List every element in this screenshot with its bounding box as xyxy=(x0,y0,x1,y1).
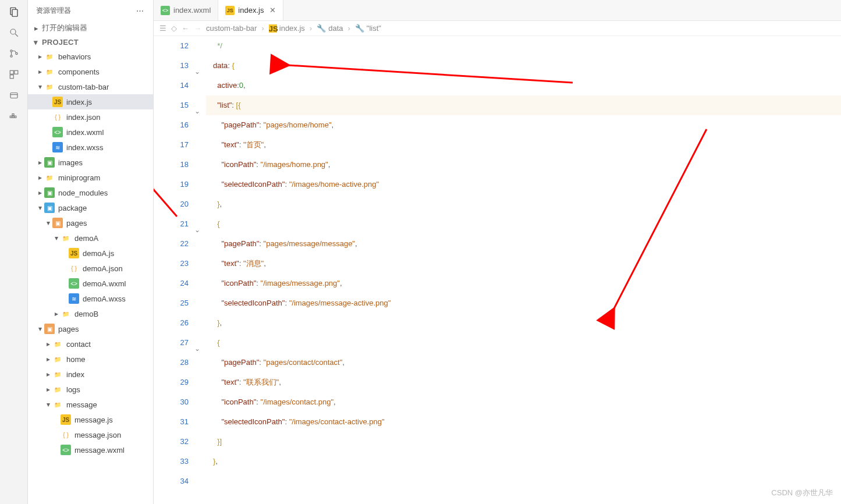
svg-point-2 xyxy=(10,29,16,34)
tree-item[interactable]: JSdemoA.js xyxy=(28,246,153,261)
svg-rect-1 xyxy=(12,9,17,16)
git-icon[interactable] xyxy=(6,45,22,62)
fold-icon[interactable]: ⌄ xyxy=(194,339,200,359)
code-line[interactable]: "pagePath": "pages/home/home", xyxy=(206,115,841,135)
svg-rect-15 xyxy=(12,114,14,116)
tree-item[interactable]: ≋demoA.wxss xyxy=(28,291,153,306)
breadcrumb-file[interactable]: JSindex.js xyxy=(269,24,305,33)
tree-item[interactable]: ▸📁components xyxy=(28,64,153,79)
project-section[interactable]: ▾PROJECT xyxy=(28,36,153,49)
nav-back-icon[interactable]: ← xyxy=(182,24,189,33)
docker-icon[interactable] xyxy=(6,108,22,125)
watermark: CSDN @亦世凡华 xyxy=(771,488,833,498)
tree-item[interactable]: <>index.wxml xyxy=(28,125,153,140)
svg-line-3 xyxy=(15,34,18,37)
code-line[interactable]: "text": "消息", xyxy=(206,254,841,274)
tab-bar: <>index.wxmlJSindex.js✕ xyxy=(154,0,841,21)
code-line[interactable]: "list": [{ xyxy=(206,95,841,115)
tree-item[interactable]: ▸▣node_modules xyxy=(28,185,153,200)
project-label: PROJECT xyxy=(42,38,79,47)
code-line[interactable]: "text": "联系我们", xyxy=(206,372,841,392)
search-icon[interactable] xyxy=(6,24,22,41)
fold-icon[interactable]: ⌄ xyxy=(194,220,200,240)
code-line[interactable]: "pagePath": "pages/message/message", xyxy=(206,234,841,254)
code-line[interactable]: "iconPath": "/images/message.png", xyxy=(206,274,841,293)
tree-item[interactable]: JSindex.js xyxy=(28,94,153,109)
svg-rect-8 xyxy=(14,70,17,74)
tab[interactable]: JSindex.js✕ xyxy=(218,0,283,20)
tree-item[interactable]: ▸📁logs xyxy=(28,382,153,397)
bookmark-icon[interactable]: ◇ xyxy=(171,24,177,33)
tree-item[interactable]: JSmessage.js xyxy=(28,412,153,427)
open-editors-section[interactable]: ▸打开的编辑器 xyxy=(28,20,153,36)
svg-point-5 xyxy=(10,55,12,57)
code-line[interactable]: { xyxy=(206,214,841,234)
code-line[interactable]: }, xyxy=(206,194,841,214)
breadcrumb-folder[interactable]: custom-tab-bar xyxy=(206,24,257,33)
svg-rect-14 xyxy=(14,116,16,118)
code-line[interactable]: }, xyxy=(206,313,841,333)
tree-item[interactable]: <>demoA.wxml xyxy=(28,276,153,291)
code-line[interactable] xyxy=(206,471,841,491)
tree-item[interactable]: ▾▣pages xyxy=(28,321,153,336)
explorer-icon[interactable] xyxy=(6,3,22,20)
editor-area: <>index.wxmlJSindex.js✕ ☰ ◇ ← → custom-t… xyxy=(154,0,841,504)
code-line[interactable]: }] xyxy=(206,432,841,452)
code-line[interactable]: "selectedIconPath": "/images/contact-act… xyxy=(206,412,841,432)
code-line[interactable]: data: { xyxy=(206,56,841,76)
tree-item[interactable]: ▸▣images xyxy=(28,155,153,170)
tree-item[interactable]: { }demoA.json xyxy=(28,261,153,276)
close-icon[interactable]: ✕ xyxy=(269,6,276,15)
tree-item[interactable]: ▸📁index xyxy=(28,367,153,382)
code-content[interactable]: */data: { active:0, "list": [{ "pagePath… xyxy=(206,36,841,504)
breadcrumb-symbol-list[interactable]: 🔧"list" xyxy=(355,24,381,33)
tree-item[interactable]: ≋index.wxss xyxy=(28,140,153,155)
svg-rect-7 xyxy=(10,70,13,74)
line-gutter: 1213⌄1415⌄161718192021⌄222324252627⌄2829… xyxy=(154,36,206,504)
tree-item[interactable]: { }message.json xyxy=(28,427,153,442)
tree-item[interactable]: ▸📁demoB xyxy=(28,306,153,321)
code-line[interactable]: }, xyxy=(206,452,841,471)
side-panel: 资源管理器 ⋯ ▸打开的编辑器 ▾PROJECT ▸📁behaviors▸📁co… xyxy=(28,0,154,504)
activity-bar xyxy=(0,0,28,504)
code-line[interactable]: "selectedIconPath": "/images/message-act… xyxy=(206,293,841,313)
open-editors-label: 打开的编辑器 xyxy=(42,23,87,33)
breadcrumb: ☰ ◇ ← → custom-tab-bar › JSindex.js › 🔧d… xyxy=(154,21,841,36)
code-line[interactable]: "pagePath": "pages/contact/contact", xyxy=(206,353,841,372)
nav-forward-icon[interactable]: → xyxy=(194,24,201,33)
tree-item[interactable]: ▾📁message xyxy=(28,397,153,412)
code-line[interactable]: active:0, xyxy=(206,76,841,95)
tree-item[interactable]: <>message.wxml xyxy=(28,442,153,457)
tree-item[interactable]: ▸📁miniprogram xyxy=(28,170,153,185)
fold-icon[interactable]: ⌄ xyxy=(194,101,200,121)
fold-icon[interactable]: ⌄ xyxy=(194,62,200,81)
list-icon[interactable]: ☰ xyxy=(159,24,166,33)
code-line[interactable]: "iconPath": "/images/home.png", xyxy=(206,155,841,175)
code-editor[interactable]: 1213⌄1415⌄161718192021⌄222324252627⌄2829… xyxy=(154,36,841,504)
svg-rect-13 xyxy=(12,116,14,118)
svg-rect-9 xyxy=(10,75,13,79)
code-line[interactable]: */ xyxy=(206,36,841,56)
tree-item[interactable]: ▾▣package xyxy=(28,200,153,215)
code-line[interactable]: "text": "首页", xyxy=(206,135,841,155)
tree-item[interactable]: ▸📁home xyxy=(28,352,153,367)
code-line[interactable]: { xyxy=(206,333,841,353)
tree-item[interactable]: ▸📁contact xyxy=(28,336,153,352)
svg-point-4 xyxy=(10,50,12,52)
svg-rect-10 xyxy=(10,93,17,98)
breadcrumb-symbol-data[interactable]: 🔧data xyxy=(317,24,343,33)
more-icon[interactable]: ⋯ xyxy=(136,6,145,15)
tree-item[interactable]: { }index.json xyxy=(28,109,153,125)
tree-item[interactable]: ▸📁behaviors xyxy=(28,49,153,64)
tree-item[interactable]: ▾📁demoA xyxy=(28,230,153,246)
tree-item[interactable]: ▾📁custom-tab-bar xyxy=(28,79,153,94)
code-line[interactable]: "iconPath": "/images/contact.png", xyxy=(206,392,841,412)
tree-item[interactable]: ▾▣pages xyxy=(28,215,153,230)
extensions-icon[interactable] xyxy=(6,66,22,83)
code-line[interactable]: "selectedIconPath": "/images/home-active… xyxy=(206,175,841,194)
debug-icon[interactable] xyxy=(6,87,22,104)
file-tree[interactable]: ▸📁behaviors▸📁components▾📁custom-tab-barJ… xyxy=(28,49,153,504)
tab[interactable]: <>index.wxml xyxy=(154,0,218,20)
svg-rect-12 xyxy=(10,116,12,118)
svg-point-6 xyxy=(15,52,17,54)
